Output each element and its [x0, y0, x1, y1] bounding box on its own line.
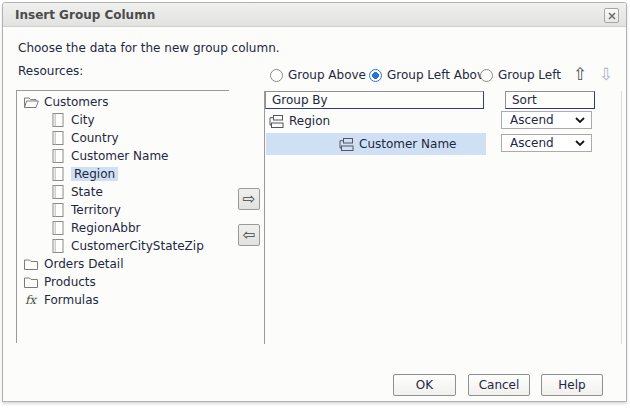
- tree-item-label: City: [71, 113, 95, 127]
- help-button[interactable]: Help: [541, 374, 603, 396]
- column-header-sort[interactable]: Sort: [505, 91, 595, 109]
- tree-item-country[interactable]: Country: [17, 129, 229, 147]
- group-table-panel: Group By Sort Region Customer Name Ascen…: [264, 91, 622, 344]
- tree-item-orders-detail[interactable]: Orders Detail: [17, 255, 229, 273]
- radio-group-left[interactable]: Group Left: [480, 67, 561, 83]
- group-row-region[interactable]: Region: [266, 110, 486, 132]
- tree-item-label: Formulas: [44, 293, 99, 307]
- dialog-description: Choose the data for the new group column…: [18, 41, 280, 55]
- chevron-down-icon: [575, 117, 585, 123]
- arrow-right-icon: ⇨: [243, 190, 256, 208]
- move-up-icon[interactable]: ⇧: [573, 64, 587, 84]
- tree-item-city[interactable]: City: [17, 111, 229, 129]
- remove-from-group-button[interactable]: ⇦: [238, 224, 260, 246]
- radio-group-left-above[interactable]: Group Left Above: [369, 67, 491, 83]
- group-icon: [339, 138, 354, 151]
- radio-label: Group Above: [288, 68, 366, 82]
- folder-icon: [22, 257, 39, 271]
- tree-item-label: State: [71, 185, 103, 199]
- sort-dropdown-customer-name[interactable]: Ascend: [501, 134, 592, 152]
- radio-group-above[interactable]: Group Above: [270, 67, 366, 83]
- radio-label: Group Left: [498, 68, 561, 82]
- radio-on-icon: [369, 69, 382, 82]
- tree-item-formulas[interactable]: fx Formulas: [17, 291, 229, 309]
- tree-item-label: Customer Name: [71, 149, 169, 163]
- sort-dropdown-value: Ascend: [502, 136, 575, 150]
- tree-item-label: RegionAbbr: [71, 221, 140, 235]
- tree-item-label: Products: [44, 275, 96, 289]
- tree-item-customer-name[interactable]: Customer Name: [17, 147, 229, 165]
- group-row-label: Region: [289, 114, 330, 128]
- group-row-label: Customer Name: [359, 137, 457, 151]
- tree-item-regionabbr[interactable]: RegionAbbr: [17, 219, 229, 237]
- tree-item-region[interactable]: Region: [17, 165, 229, 183]
- group-icon: [269, 115, 284, 128]
- tree-item-label: Orders Detail: [44, 257, 124, 271]
- resources-label: Resources:: [18, 64, 83, 78]
- close-button[interactable]: [604, 8, 619, 23]
- add-to-group-button[interactable]: ⇨: [238, 188, 260, 210]
- close-icon: [608, 12, 616, 20]
- column-icon: [49, 239, 66, 253]
- radio-label: Group Left Above: [387, 68, 491, 82]
- group-row-customer-name[interactable]: Customer Name: [266, 133, 486, 155]
- sort-dropdown-value: Ascend: [502, 113, 575, 127]
- move-down-icon[interactable]: ⇩: [599, 64, 613, 84]
- tree-item-products[interactable]: Products: [17, 273, 229, 291]
- tree-item-state[interactable]: State: [17, 183, 229, 201]
- resources-tree: Customers City Country Customer Name Reg…: [16, 90, 229, 343]
- insert-group-column-dialog: Insert Group Column Choose the data for …: [2, 2, 627, 402]
- cancel-button[interactable]: Cancel: [468, 374, 530, 396]
- tree-item-label-selected: Region: [71, 167, 118, 181]
- column-header-group-by[interactable]: Group By: [265, 91, 484, 109]
- chevron-down-icon: [575, 140, 585, 146]
- arrow-left-icon: ⇦: [243, 226, 256, 244]
- tree-item-label: Territory: [71, 203, 121, 217]
- column-icon: [49, 185, 66, 199]
- column-icon: [49, 113, 66, 127]
- column-icon: [49, 131, 66, 145]
- column-icon: [49, 149, 66, 163]
- dialog-titlebar[interactable]: Insert Group Column: [3, 3, 626, 27]
- radio-off-icon: [480, 69, 493, 82]
- folder-open-icon: [22, 95, 39, 109]
- column-icon: [49, 203, 66, 217]
- tree-item-customercitystatezip[interactable]: CustomerCityStateZip: [17, 237, 229, 255]
- tree-item-label: Customers: [44, 95, 109, 109]
- tree-item-territory[interactable]: Territory: [17, 201, 229, 219]
- tree-item-label: CustomerCityStateZip: [71, 239, 204, 253]
- column-icon: [49, 221, 66, 235]
- column-icon: [49, 167, 66, 181]
- tree-item-label: Country: [71, 131, 119, 145]
- dialog-title: Insert Group Column: [15, 8, 155, 22]
- sort-dropdown-region[interactable]: Ascend: [501, 111, 592, 129]
- ok-button[interactable]: OK: [393, 374, 456, 396]
- folder-icon: [22, 275, 39, 289]
- tree-item-customers[interactable]: Customers: [17, 93, 229, 111]
- formula-icon: fx: [22, 293, 39, 307]
- radio-off-icon: [270, 69, 283, 82]
